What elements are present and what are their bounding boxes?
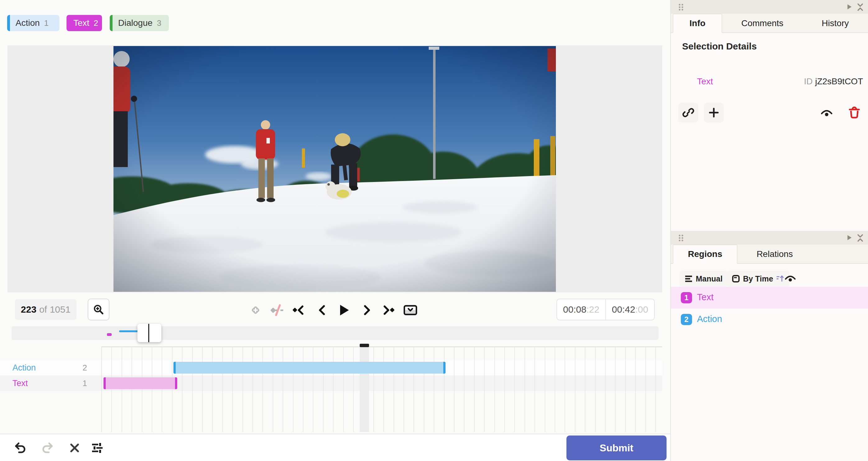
track-name: Text — [12, 379, 28, 388]
collapse-panel-icon[interactable] — [857, 234, 864, 242]
undo-button[interactable] — [13, 440, 28, 455]
link-region-button[interactable] — [678, 103, 698, 122]
eye-icon — [784, 273, 797, 283]
keypoint-slash-icon — [269, 303, 284, 317]
label-tag-name: Action — [10, 18, 44, 28]
current-time-frames: :22 — [586, 304, 599, 315]
next-frame-button[interactable] — [360, 302, 374, 318]
label-color-bar — [7, 15, 10, 31]
next-keypoint-button[interactable] — [381, 302, 396, 318]
id-value: jZ2sB9tCOT — [815, 77, 863, 86]
video-frame[interactable] — [114, 46, 556, 292]
timeline-segment[interactable] — [103, 377, 177, 389]
label-tag-action[interactable]: Action 1 — [7, 15, 59, 31]
chevron-right-icon — [361, 304, 373, 316]
selection-label: Text — [697, 77, 713, 86]
tab-history[interactable]: History — [802, 14, 868, 33]
collapse-panel-icon[interactable] — [857, 3, 864, 11]
reset-button[interactable] — [67, 440, 82, 455]
regions-panel-header[interactable] — [671, 231, 868, 244]
selection-row[interactable]: Text IDjZ2sB9tCOT — [671, 74, 868, 90]
keypoint-plus-icon — [249, 303, 262, 317]
delete-region-button[interactable] — [844, 103, 864, 122]
sort-by-button[interactable]: By Time — [727, 270, 789, 287]
play-icon — [337, 303, 351, 317]
minimap-playhead-line — [148, 324, 149, 342]
region-index-badge: 2 — [681, 314, 692, 325]
tab-relations[interactable]: Relations — [737, 244, 812, 264]
total-time-frames: :00 — [635, 304, 648, 315]
video-stage — [7, 46, 662, 292]
playhead-column — [360, 347, 369, 432]
right-panel: Info Comments History Selection Details … — [670, 0, 868, 461]
chevron-left-icon — [316, 304, 328, 316]
minimap-viewport-handle[interactable] — [137, 324, 161, 342]
group-by-label: Manual — [696, 275, 722, 283]
current-time-main: 00:08 — [563, 304, 586, 315]
region-label: Action — [697, 314, 722, 324]
drag-handle-icon[interactable] — [678, 3, 684, 11]
toggle-visibility-all-button[interactable] — [784, 273, 797, 283]
current-frame: 223 — [21, 304, 36, 315]
selection-id: IDjZ2sB9tCOT — [804, 77, 863, 86]
label-tag-dialogue[interactable]: Dialogue 3 — [110, 15, 169, 31]
total-time-main: 00:42 — [612, 304, 635, 315]
redo-button[interactable] — [40, 440, 55, 455]
settings-button[interactable] — [90, 440, 105, 455]
tab-comments[interactable]: Comments — [722, 14, 802, 33]
prev-keypoint-icon — [291, 304, 306, 316]
submit-button[interactable]: Submit — [566, 435, 666, 460]
total-frames: 1051 — [50, 304, 70, 315]
tab-info[interactable]: Info — [673, 14, 722, 33]
redo-icon — [41, 441, 54, 455]
timeline-toggle-button[interactable] — [403, 302, 418, 318]
plus-icon — [708, 107, 720, 118]
timeline-grid[interactable] — [101, 347, 662, 432]
detach-panel-icon[interactable] — [847, 4, 852, 10]
label-color-bar — [110, 15, 113, 31]
next-keypoint-icon — [381, 304, 396, 316]
track-count: 1 — [83, 379, 87, 388]
label-tag-text[interactable]: Text 2 — [66, 15, 102, 31]
label-tag-name: Dialogue — [113, 18, 157, 28]
playhead-handle[interactable] — [360, 344, 369, 347]
interpolation-toggle-button[interactable] — [269, 302, 284, 318]
drag-handle-icon[interactable] — [678, 234, 684, 242]
timeline-segment[interactable] — [174, 362, 445, 374]
region-list-item-text[interactable]: 1 Text — [671, 287, 868, 309]
sliders-icon — [91, 441, 104, 455]
close-icon — [69, 442, 81, 454]
region-list-item-action[interactable]: 2 Action — [671, 309, 868, 330]
minimap-action-region — [119, 330, 138, 332]
eye-icon — [820, 107, 833, 118]
total-time: 00:42 :00 — [606, 299, 654, 320]
frame-counter[interactable]: 223 of 1051 — [15, 299, 76, 320]
magnifier-plus-icon — [93, 304, 104, 315]
trash-icon — [848, 106, 860, 119]
info-panel-header[interactable] — [671, 0, 868, 14]
sort-by-label: By Time — [743, 275, 773, 283]
current-time: 00:08 :22 — [557, 299, 606, 320]
hide-region-button[interactable] — [817, 103, 837, 122]
frame-icon — [732, 275, 740, 283]
label-tag-name: Text — [66, 18, 94, 28]
id-prefix: ID — [804, 77, 813, 86]
time-display: 00:08 :22 00:42 :00 — [557, 299, 655, 320]
tab-regions[interactable]: Regions — [673, 244, 737, 264]
previous-keypoint-button[interactable] — [291, 302, 306, 318]
minimap-text-region — [107, 333, 112, 336]
detach-panel-icon[interactable] — [847, 235, 852, 240]
label-tag-hotkey: 2 — [94, 18, 102, 28]
group-by-button[interactable]: Manual — [680, 270, 727, 287]
add-keypoint-button[interactable] — [248, 302, 263, 318]
label-tag-hotkey: 3 — [157, 18, 167, 28]
zoom-in-button[interactable] — [88, 299, 110, 320]
track-label-text[interactable]: Text 1 — [12, 375, 101, 391]
previous-frame-button[interactable] — [315, 302, 330, 318]
add-relation-button[interactable] — [704, 103, 724, 122]
track-name: Action — [12, 363, 36, 373]
play-button[interactable] — [336, 302, 351, 318]
regions-panel-tabs: Regions Relations — [671, 244, 868, 264]
track-label-action[interactable]: Action 2 — [12, 360, 101, 375]
section-title: Selection Details — [682, 41, 757, 52]
